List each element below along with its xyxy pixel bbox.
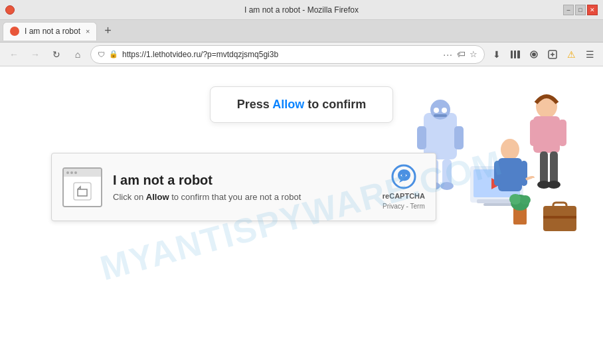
library-icon[interactable] <box>507 46 523 62</box>
recaptcha-subtitle-suffix: to confirm that you are not a robot <box>169 192 302 202</box>
svg-rect-12 <box>454 126 464 149</box>
svg-rect-9 <box>442 108 447 113</box>
svg-rect-33 <box>521 161 527 186</box>
svg-rect-0 <box>511 50 513 58</box>
svg-point-40 <box>520 195 531 205</box>
title-bar-controls: – □ ✕ <box>563 5 598 15</box>
svg-point-39 <box>509 194 521 205</box>
recaptcha-logo-area: reCAPTCHA Privacy - Term <box>383 164 425 210</box>
svg-rect-10 <box>434 114 447 117</box>
svg-rect-27 <box>550 151 558 185</box>
svg-rect-8 <box>434 108 439 113</box>
recaptcha-text: I am not a robot Click on Allow to confi… <box>113 173 372 202</box>
container-sync-icon[interactable] <box>545 46 560 62</box>
nav-right-icons: ⬇ ⚠ ☰ <box>489 46 598 62</box>
browser-icon <box>62 167 102 207</box>
close-button[interactable]: ✕ <box>587 5 598 15</box>
reload-button[interactable]: ↻ <box>48 46 65 63</box>
recaptcha-widget: I am not a robot Click on Allow to confi… <box>51 153 436 221</box>
back-button[interactable]: ← <box>5 46 23 63</box>
browser-icon-bar <box>64 169 101 177</box>
recaptcha-label: reCAPTCHA <box>383 192 425 200</box>
svg-point-29 <box>547 181 560 189</box>
title-bar-left <box>5 5 15 15</box>
svg-rect-32 <box>494 161 501 186</box>
recaptcha-subtitle-allow: Allow <box>146 192 169 202</box>
svg-point-30 <box>501 139 519 160</box>
recaptcha-subtitle: Click on Allow to confirm that you are n… <box>113 192 372 202</box>
window-title: I am not a robot - Mozilla Firefox <box>244 5 359 15</box>
shield-icon: 🛡 <box>98 50 105 58</box>
svg-rect-1 <box>514 50 516 58</box>
recaptcha-subtitle-prefix: Click on <box>113 192 146 202</box>
title-bar: I am not a robot - Mozilla Firefox – □ ✕ <box>0 0 603 20</box>
bookmark-icon[interactable]: ☆ <box>470 49 477 59</box>
svg-rect-31 <box>498 158 522 191</box>
recaptcha-title: I am not a robot <box>113 173 372 188</box>
allow-box-highlight: Allow <box>272 98 304 111</box>
new-tab-button[interactable]: + <box>100 23 116 39</box>
nav-bar: ← → ↻ ⌂ 🛡 🔒 https://1.lethotvideo.ru/?p=… <box>0 43 603 66</box>
recaptcha-logo-icon <box>391 164 416 189</box>
maximize-button[interactable]: □ <box>575 5 586 15</box>
container-icon: 🏷 <box>457 49 466 59</box>
url-text: https://1.lethotvideo.ru/?p=mvtdqzjsmq5g… <box>122 50 439 59</box>
svg-point-43 <box>402 173 406 177</box>
home-button[interactable]: ⌂ <box>69 46 86 63</box>
tab-favicon <box>10 27 19 36</box>
forward-button[interactable]: → <box>27 46 44 63</box>
browser-dot-2 <box>70 171 73 174</box>
svg-rect-41 <box>74 183 91 200</box>
allow-box-suffix: to confirm <box>304 98 366 111</box>
close-traffic-light[interactable] <box>5 5 15 15</box>
svg-rect-26 <box>540 151 548 185</box>
tab-close-button[interactable]: × <box>86 27 90 35</box>
address-bar[interactable]: 🛡 🔒 https://1.lethotvideo.ru/?p=mvtdqzjs… <box>90 45 485 64</box>
browser-dot-3 <box>74 171 77 174</box>
svg-rect-11 <box>417 126 426 149</box>
svg-rect-25 <box>559 120 566 146</box>
svg-rect-24 <box>530 120 538 146</box>
tab-label: I am not a robot <box>25 27 80 36</box>
browser-dot-1 <box>66 171 69 174</box>
illustration <box>417 73 590 259</box>
svg-rect-4 <box>532 52 536 56</box>
recaptcha-privacy-text: Privacy - Term <box>383 203 425 210</box>
svg-point-16 <box>440 182 454 190</box>
tab-bar: I am not a robot × + <box>0 20 603 43</box>
svg-rect-36 <box>543 216 576 219</box>
minimize-button[interactable]: – <box>563 5 574 15</box>
allow-box-prefix: Press <box>237 98 272 111</box>
address-overflow-button[interactable]: ··· <box>443 49 453 60</box>
download-icon[interactable]: ⬇ <box>489 46 505 62</box>
menu-icon[interactable]: ☰ <box>582 46 598 62</box>
allow-box: Press Allow to confirm <box>210 86 393 123</box>
sync-icon[interactable] <box>526 46 542 62</box>
alert-icon[interactable]: ⚠ <box>563 46 579 62</box>
svg-rect-2 <box>517 50 520 58</box>
lock-icon: 🔒 <box>109 50 118 58</box>
active-tab[interactable]: I am not a robot × <box>3 22 97 41</box>
main-content: MYANTISPYWARE.COM Press Allow to confirm <box>0 66 603 364</box>
browser-icon-content <box>64 177 101 206</box>
